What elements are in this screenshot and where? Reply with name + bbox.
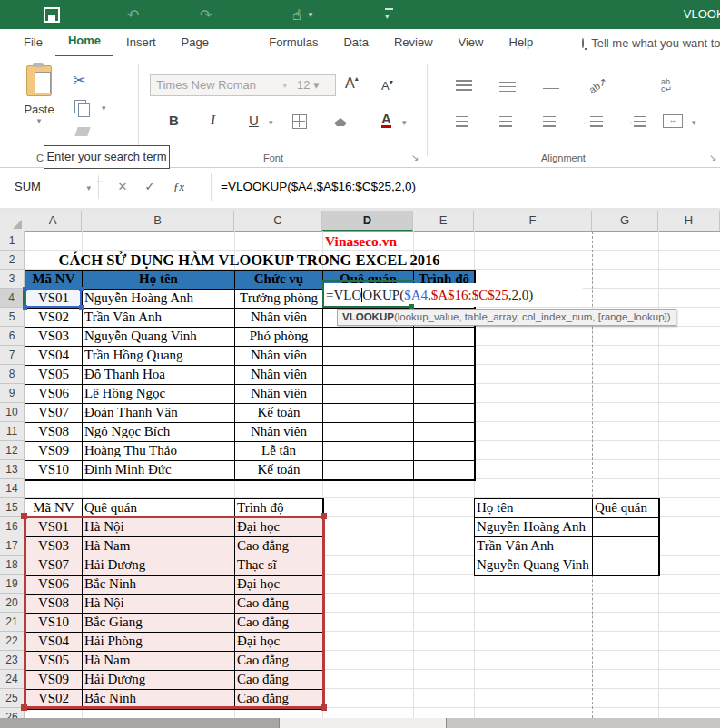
align-center-button[interactable]: [499, 116, 512, 127]
header-cell[interactable]: Họ tên: [475, 499, 593, 518]
row-header-12[interactable]: 12: [0, 441, 25, 460]
chevron-down-icon[interactable]: ▾: [269, 118, 273, 127]
tab-home[interactable]: Home: [55, 28, 113, 58]
cell-c10[interactable]: Kế toán: [235, 404, 323, 423]
cell-b10[interactable]: Đoàn Thanh Vân: [83, 404, 235, 423]
cell-a13[interactable]: VS10: [25, 461, 83, 480]
row-header-20[interactable]: 20: [0, 594, 25, 613]
cell-b7[interactable]: Trần Hồng Quang: [83, 347, 235, 366]
cell-g18[interactable]: [593, 556, 659, 576]
row-header-21[interactable]: 21: [0, 613, 25, 632]
tab-insert[interactable]: Insert: [113, 29, 169, 56]
row-header-23[interactable]: 23: [0, 651, 25, 670]
tab-formulas[interactable]: Formulas: [256, 29, 330, 56]
row-header-14[interactable]: 14: [0, 479, 25, 498]
cell-d10[interactable]: [323, 404, 414, 423]
cell-b8[interactable]: Đỗ Thanh Hoa: [83, 366, 235, 385]
cancel-button[interactable]: ✕: [111, 175, 134, 199]
range-handle[interactable]: [21, 513, 27, 519]
increase-indent-button[interactable]: [634, 116, 646, 127]
cell-b9[interactable]: Lê Hồng Ngọc: [83, 385, 235, 404]
orientation-button[interactable]: ab↗: [587, 75, 609, 96]
range-handle[interactable]: [21, 704, 27, 711]
name-box[interactable]: SUM ▾: [7, 175, 99, 199]
row-header-8[interactable]: 8: [0, 365, 25, 384]
row-header-1[interactable]: 1: [0, 231, 25, 251]
row-header-17[interactable]: 17: [0, 536, 25, 556]
cell-a8[interactable]: VS05: [25, 366, 83, 385]
cell-d7[interactable]: [323, 347, 414, 366]
cell-a12[interactable]: VS09: [25, 442, 83, 461]
row-header-4[interactable]: 4: [0, 289, 25, 308]
range-handle[interactable]: [79, 287, 84, 291]
cell-a5[interactable]: VS02: [25, 309, 83, 328]
formula-input[interactable]: =VLOOKUP($A4,$A$16:$C$25,2,0): [221, 175, 416, 199]
cell-d9[interactable]: [323, 385, 414, 404]
customize-qat-button[interactable]: ▾: [385, 0, 390, 29]
cell-d6[interactable]: [323, 328, 414, 347]
cell-b12[interactable]: Hoàng Thu Thảo: [83, 442, 235, 461]
cell-c7[interactable]: Nhân viên: [235, 347, 323, 366]
undo-button[interactable]: ↶: [127, 0, 139, 29]
cell-e9[interactable]: [414, 385, 475, 404]
cell-b11[interactable]: Ngô Ngọc Bích: [83, 423, 235, 442]
enter-button[interactable]: ✓: [138, 175, 162, 199]
cell-c6[interactable]: Phó phòng: [235, 328, 323, 347]
chevron-down-icon[interactable]: ▾: [102, 103, 106, 113]
column-header-b[interactable]: B: [82, 211, 234, 231]
redo-button[interactable]: ↷: [200, 0, 212, 29]
tab-view[interactable]: View: [446, 29, 497, 56]
row-header-2[interactable]: 2: [0, 251, 25, 270]
row-header-22[interactable]: 22: [0, 632, 25, 651]
cell-c8[interactable]: Nhân viên: [235, 366, 323, 385]
cut-button[interactable]: ✂: [73, 71, 85, 89]
cell-g17[interactable]: [593, 537, 659, 556]
align-top-button[interactable]: [456, 80, 472, 91]
align-middle-button[interactable]: [499, 82, 516, 93]
cell-e6[interactable]: [414, 328, 475, 347]
cell-e8[interactable]: [414, 366, 475, 385]
font-name-select[interactable]: Times New Roman ▾: [150, 74, 291, 96]
cell-c12[interactable]: Lễ tân: [235, 442, 323, 461]
cell-e11[interactable]: [414, 423, 475, 442]
row-header-24[interactable]: 24: [0, 670, 25, 689]
cell-g16[interactable]: [593, 518, 659, 537]
tell-me-box[interactable]: Tell me what you want to: [582, 36, 720, 50]
row-header-13[interactable]: 13: [0, 460, 25, 479]
paste-button[interactable]: Paste ▾: [16, 64, 62, 151]
header-cell[interactable]: Chức vụ: [235, 271, 323, 290]
tab-page-layout[interactable]: Page Layout: [169, 29, 257, 56]
header-cell[interactable]: Quê quán: [593, 499, 659, 518]
insert-function-button[interactable]: ƒx: [167, 175, 191, 199]
row-header-16[interactable]: 16: [0, 517, 25, 536]
select-all-corner[interactable]: [0, 211, 25, 231]
tab-data[interactable]: Data: [330, 29, 380, 56]
row-header-9[interactable]: 9: [0, 384, 25, 403]
cell-b4[interactable]: Nguyễn Hoàng Anh: [83, 290, 235, 309]
format-painter-button[interactable]: [74, 127, 90, 136]
column-header-f[interactable]: F: [474, 211, 592, 231]
cell-formula-text[interactable]: =VLOOKUP($A4,$A$16:$C$25,2,0): [326, 283, 533, 307]
cell-f17[interactable]: Trần Vân Anh: [475, 537, 593, 556]
range-handle[interactable]: [321, 513, 327, 519]
row-header-10[interactable]: 10: [0, 403, 25, 422]
row-header-3[interactable]: 3: [0, 270, 25, 289]
font-dialog-launcher[interactable]: ↘: [411, 152, 419, 162]
header-cell[interactable]: Họ tên: [83, 271, 235, 290]
cell-e7[interactable]: [414, 347, 475, 366]
cell-c4[interactable]: Trưởng phòng: [235, 290, 323, 309]
underline-button[interactable]: U: [249, 113, 259, 128]
decrease-indent-button[interactable]: [590, 116, 603, 127]
fill-color-button[interactable]: [334, 118, 347, 126]
save-button[interactable]: [44, 0, 60, 29]
cell-a6[interactable]: VS03: [25, 328, 83, 347]
cell-a9[interactable]: VS06: [25, 385, 83, 404]
shrink-font-button[interactable]: A▾: [381, 78, 393, 93]
font-color-button[interactable]: A: [381, 113, 391, 128]
cell-c11[interactable]: Nhân viên: [235, 423, 323, 442]
align-bottom-button[interactable]: [543, 84, 559, 94]
row-header-19[interactable]: 19: [0, 575, 25, 594]
row-header-6[interactable]: 6: [0, 327, 25, 346]
cell-c5[interactable]: Nhân viên: [235, 309, 323, 328]
sheet-tab-bar[interactable]: [0, 718, 720, 728]
